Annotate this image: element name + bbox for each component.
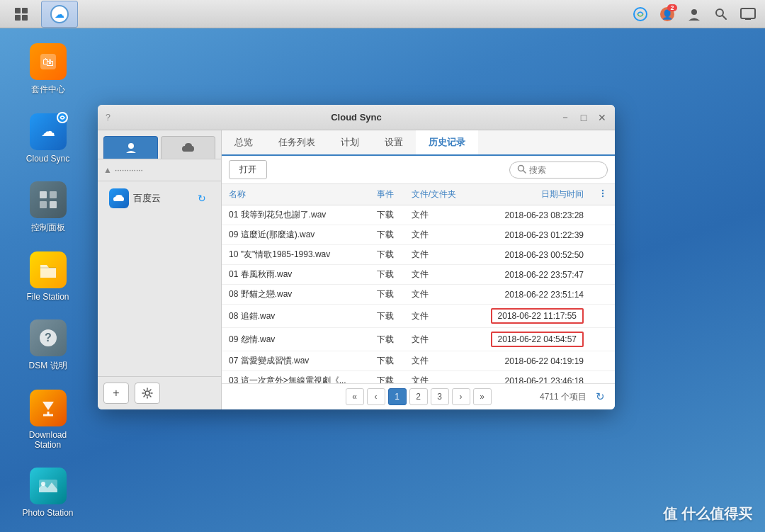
svg-rect-1: [22, 8, 28, 13]
watermark: 值 什么值得买: [663, 504, 752, 523]
event-cell: 下载: [370, 265, 404, 285]
package-center-label: 套件中心: [31, 84, 65, 96]
svg-marker-24: [42, 402, 54, 410]
table-row[interactable]: 07 當愛變成習慣.wav 下载 文件 2018-06-22 04:19:19: [222, 351, 615, 371]
desktop-icon-download-station[interactable]: Download Station: [13, 385, 84, 454]
search-button[interactable]: [710, 3, 732, 26]
file-station-icon: [30, 251, 67, 288]
more-cell: [591, 285, 615, 305]
close-button[interactable]: ✕: [595, 111, 609, 125]
type-cell: 文件: [404, 371, 470, 384]
table-row[interactable]: 09 這麼近(那麼遠).wav 下载 文件 2018-06-23 01:22:3…: [222, 225, 615, 245]
display-button[interactable]: [737, 3, 759, 26]
table-row[interactable]: 10 "友"情歌1985-1993.wav 下载 文件 2018-06-23 0…: [222, 245, 615, 265]
tab-task-list[interactable]: 任务列表: [266, 130, 328, 156]
next-page-button[interactable]: ›: [452, 388, 470, 405]
event-cell: 下载: [370, 245, 404, 265]
type-cell: 文件: [404, 351, 470, 371]
table-row[interactable]: 01 我等到花兒也謝了.wav 下载 文件 2018-06-23 08:23:2…: [222, 205, 615, 225]
sync-status-button[interactable]: [629, 3, 652, 26]
sidebar-cloud-baidu[interactable]: 百度云 ↻: [102, 184, 217, 213]
sidebar-tab-user[interactable]: [103, 136, 158, 159]
window-body: ▲ ············ 百度云 ↻ +: [98, 130, 615, 409]
svg-text:🛍: 🛍: [42, 56, 54, 68]
date-cell: 2018-06-21 23:46:18: [470, 371, 591, 384]
svg-line-33: [523, 170, 526, 173]
event-cell: 下载: [370, 285, 404, 305]
svg-rect-21: [50, 201, 57, 208]
table-row[interactable]: 01 春風秋雨.wav 下载 文件 2018-06-22 23:57:47: [222, 265, 615, 285]
first-page-button[interactable]: «: [346, 388, 364, 405]
desktop-icon-package-center[interactable]: 🛍 套件中心: [13, 39, 84, 100]
add-cloud-button[interactable]: +: [103, 383, 129, 404]
baidu-cloud-icon: [109, 188, 129, 208]
desktop-icon-photo-station[interactable]: Photo Station: [13, 463, 84, 522]
sidebar-settings-button[interactable]: [135, 383, 160, 404]
desktop-icon-dsm[interactable]: ? DSM 说明: [13, 315, 84, 376]
more-cell: [591, 245, 615, 265]
taskbar-left: ☁: [0, 1, 78, 28]
table-row[interactable]: 03 這一次意外>無線電視劇《... 下载 文件 2018-06-21 23:4…: [222, 371, 615, 384]
tab-schedule[interactable]: 计划: [328, 130, 372, 156]
taskbar-right: 👤 2: [629, 0, 759, 28]
page-3-button[interactable]: 3: [431, 388, 449, 405]
main-content: 总览 任务列表 计划 设置 历史记录 打开: [222, 130, 615, 409]
table-row[interactable]: 09 怨情.wav 下载 文件 2018-06-22 04:54:57: [222, 328, 615, 351]
tab-history[interactable]: 历史记录: [416, 130, 478, 156]
date-cell: 2018-06-22 23:51:14: [470, 285, 591, 305]
svg-point-36: [602, 196, 604, 197]
control-panel-label: 控制面板: [31, 222, 65, 234]
window-title: Cloud Sync: [331, 112, 382, 123]
more-cell: [591, 371, 615, 384]
history-table: 名称 事件 文件/文件夹 日期与时间 01 我等到花兒也謝了.wav 下载 文件…: [222, 184, 615, 383]
cloud-sync-icon: ☁: [30, 113, 67, 150]
type-cell: 文件: [404, 225, 470, 245]
tab-settings[interactable]: 设置: [372, 130, 416, 156]
tab-summary[interactable]: 总览: [222, 130, 266, 156]
notification-button[interactable]: 👤 2: [656, 3, 679, 26]
cloud-sync-taskbar-button[interactable]: ☁: [41, 1, 78, 28]
refresh-button[interactable]: ↻: [592, 389, 608, 404]
window-controls: － □ ✕: [558, 111, 609, 125]
svg-rect-12: [741, 9, 755, 18]
search-icon: [517, 164, 526, 176]
open-button[interactable]: 打开: [229, 160, 267, 179]
tab-bar: 总览 任务列表 计划 设置 历史记录: [222, 130, 615, 156]
help-button[interactable]: ？: [103, 111, 113, 124]
package-center-icon: 🛍: [30, 43, 67, 80]
type-cell: 文件: [404, 265, 470, 285]
type-cell: 文件: [404, 305, 470, 328]
sidebar-expand-icon[interactable]: ▲: [103, 165, 112, 175]
svg-rect-19: [50, 191, 57, 198]
desktop-icon-cloud-sync[interactable]: ☁ Cloud Sync: [13, 109, 84, 168]
desktop-icon-file-station[interactable]: File Station: [13, 247, 84, 306]
last-page-button[interactable]: »: [473, 388, 492, 405]
more-cell: [591, 305, 615, 328]
taskbar: ☁ 👤 2: [0, 0, 765, 28]
date-cell: 2018-06-23 01:22:39: [470, 225, 591, 245]
event-cell: 下载: [370, 351, 404, 371]
page-2-button[interactable]: 2: [409, 388, 428, 405]
maximize-button[interactable]: □: [577, 111, 591, 125]
type-cell: 文件: [404, 205, 470, 225]
dsm-label: DSM 说明: [29, 360, 67, 372]
baidu-cloud-name: 百度云: [133, 192, 190, 205]
search-input[interactable]: [529, 165, 600, 175]
more-cell: [591, 328, 615, 351]
desktop-icon-control-panel[interactable]: 控制面板: [13, 177, 84, 238]
date-cell: 2018-06-22 23:57:47: [470, 265, 591, 285]
table-row[interactable]: 08 追錯.wav 下载 文件 2018-06-22 11:17:55: [222, 305, 615, 328]
user-button[interactable]: [683, 3, 706, 26]
page-1-button[interactable]: 1: [388, 388, 407, 405]
sidebar-tab-cloud[interactable]: [161, 136, 215, 159]
prev-page-button[interactable]: ‹: [367, 388, 385, 405]
name-cell: 08 追錯.wav: [222, 305, 370, 328]
table-row[interactable]: 08 野貓之戀.wav 下载 文件 2018-06-22 23:51:14: [222, 285, 615, 305]
more-cell: [591, 205, 615, 225]
photo-station-icon: [30, 468, 67, 504]
apps-grid-button[interactable]: [3, 1, 40, 28]
cloud-sync-refresh[interactable]: ↻: [194, 191, 210, 206]
minimize-button[interactable]: －: [558, 111, 572, 125]
toolbar: 打开: [222, 156, 615, 184]
search-box: [509, 162, 608, 179]
